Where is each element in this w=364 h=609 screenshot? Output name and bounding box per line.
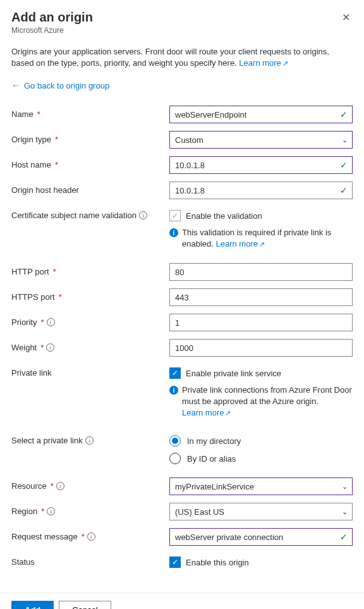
https-port-label: HTTPS port — [11, 292, 55, 302]
external-link-icon: ↗ — [225, 409, 231, 417]
panel-title: Add an origin — [11, 10, 93, 25]
info-icon[interactable]: i — [85, 436, 94, 445]
weight-label: Weight — [11, 343, 37, 352]
select-private-link-label: Select a private link — [11, 436, 83, 445]
weight-input[interactable] — [169, 339, 353, 357]
radio-label: By ID or alias — [187, 454, 236, 464]
resource-label: Resource — [11, 481, 47, 491]
info-icon[interactable]: i — [47, 507, 55, 515]
panel-subtitle: Microsoft Azure — [11, 26, 93, 35]
status-checkbox-label: Enable this origin — [186, 558, 249, 567]
info-filled-icon: i — [169, 386, 178, 395]
private-link-checkbox[interactable]: ✓ — [169, 367, 181, 379]
radio-icon — [169, 435, 181, 446]
required-icon: * — [55, 160, 58, 169]
radio-in-my-directory[interactable]: In my directory — [169, 432, 353, 450]
origin-host-header-label: Origin host header — [11, 185, 79, 195]
close-button[interactable]: ✕ — [339, 10, 353, 25]
radio-label: In my directory — [187, 436, 241, 446]
host-name-input[interactable] — [169, 156, 353, 174]
required-icon: * — [59, 292, 62, 302]
status-label: Status — [11, 557, 35, 567]
required-icon: * — [37, 109, 40, 119]
required-icon: * — [55, 135, 58, 144]
http-port-label: HTTP port — [11, 267, 49, 276]
priority-input[interactable] — [169, 314, 353, 331]
private-link-label: Private link — [11, 368, 52, 378]
external-link-icon: ↗ — [259, 240, 265, 248]
info-icon[interactable]: i — [47, 318, 55, 326]
request-message-label: Request message — [11, 532, 78, 541]
cert-validation-checkbox[interactable]: ✓ — [169, 210, 181, 221]
info-icon[interactable]: i — [56, 482, 64, 490]
status-checkbox[interactable]: ✓ — [169, 557, 181, 568]
cancel-button[interactable]: Cancel — [59, 601, 111, 609]
request-message-input[interactable] — [169, 528, 353, 546]
required-icon: * — [53, 267, 56, 276]
intro-text: Origins are your application servers. Fr… — [11, 46, 353, 69]
required-icon: * — [41, 507, 44, 516]
region-label: Region — [11, 507, 37, 516]
cert-validation-checkbox-label: Enable the validation — [186, 211, 262, 221]
name-input[interactable] — [169, 106, 353, 123]
info-filled-icon: i — [169, 228, 178, 237]
info-icon[interactable]: i — [139, 211, 147, 219]
intro-learn-more-link[interactable]: Learn more↗ — [239, 58, 288, 68]
priority-label: Priority — [11, 317, 37, 327]
origin-type-label: Origin type — [11, 135, 51, 144]
origin-type-select[interactable]: Custom — [169, 131, 353, 149]
radio-by-id-or-alias[interactable]: By ID or alias — [169, 450, 353, 467]
https-port-input[interactable] — [169, 288, 353, 306]
cert-learn-more-link[interactable]: Learn more↗ — [216, 239, 265, 249]
http-port-input[interactable] — [169, 263, 353, 281]
required-icon: * — [82, 532, 85, 541]
required-icon: * — [40, 317, 44, 327]
host-name-label: Host name — [11, 160, 51, 169]
add-button[interactable]: Add — [11, 601, 54, 609]
private-link-learn-more-link[interactable]: Learn more↗ — [182, 408, 231, 417]
region-select[interactable]: (US) East US — [169, 503, 353, 520]
required-icon: * — [40, 343, 44, 352]
cert-validation-label: Certificate subject name validation — [11, 211, 136, 220]
cert-validation-note: This validation is required if private l… — [182, 227, 353, 249]
external-link-icon: ↗ — [282, 59, 288, 67]
private-link-checkbox-label: Enable private link service — [186, 369, 281, 378]
private-link-note: Private link connections from Azure Fron… — [182, 384, 353, 418]
origin-host-header-input[interactable] — [169, 181, 353, 199]
resource-select[interactable]: myPrivateLinkService — [169, 477, 353, 495]
required-icon: * — [51, 481, 54, 491]
radio-icon — [169, 453, 181, 464]
arrow-left-icon: ← — [11, 80, 20, 90]
info-icon[interactable]: i — [46, 343, 54, 352]
name-label: Name — [11, 109, 33, 119]
back-link[interactable]: Go back to origin group — [24, 81, 109, 90]
info-icon[interactable]: i — [87, 532, 95, 541]
